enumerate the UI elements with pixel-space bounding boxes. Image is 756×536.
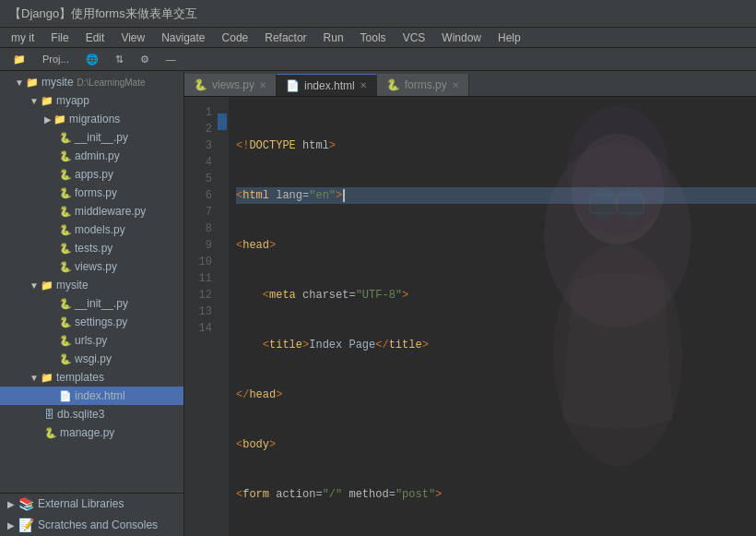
tree-label-wsgi: wsgi.py <box>75 352 112 365</box>
chevron-right-icon: ▶ <box>44 114 52 125</box>
sidebar: ▼ 📁 mysite D:\LearningMate ▼ 📁 myapp ▶ 📁… <box>0 71 184 536</box>
external-libraries-item[interactable]: ▶ 📚 External Libraries <box>0 494 183 514</box>
tree-item-views[interactable]: 🐍 views.py <box>0 257 183 276</box>
tab-label-views: views.py <box>212 78 254 91</box>
tree-item-settings[interactable]: 🐍 settings.py <box>0 313 183 331</box>
tab-close-views[interactable]: ✕ <box>259 80 266 90</box>
tree-item-middleware[interactable]: 🐍 middleware.py <box>0 202 183 220</box>
toolbar: 📁 Proj... 🌐 ⇅ ⚙ — <box>0 48 756 71</box>
python-file-icon: 🐍 <box>59 243 72 255</box>
scratches-consoles-item[interactable]: ▶ 📝 Scratches and Consoles <box>0 514 183 536</box>
menu-help[interactable]: Help <box>490 30 528 46</box>
tree-label-myapp: myapp <box>56 94 89 107</box>
python-file-icon: 🐍 <box>59 298 72 310</box>
tree-label-migrations: migrations <box>69 113 120 125</box>
tab-label-forms: forms.py <box>405 78 447 91</box>
code-line-4: <meta charset="UTF-8"> <box>236 287 756 304</box>
tree-label-indexhtml: index.html <box>75 389 125 402</box>
menu-tools[interactable]: Tools <box>353 30 394 46</box>
tree-item-admin[interactable]: 🐍 admin.py <box>0 147 183 165</box>
tree-label-admin: admin.py <box>75 149 120 162</box>
tree-item-dbsqlite3[interactable]: 🗄 db.sqlite3 <box>0 405 183 423</box>
external-libraries-label: External Libraries <box>38 497 124 510</box>
tree-label-urls: urls.py <box>75 334 107 347</box>
tree-item-migrations[interactable]: ▶ 📁 migrations <box>0 110 183 128</box>
tab-close-index[interactable]: ✕ <box>360 80 367 90</box>
chevron-right-icon: ▶ <box>7 499 15 509</box>
tree-item-mysite2[interactable]: ▼ 📁 mysite <box>0 276 183 294</box>
python-file-icon: 🐍 <box>59 187 72 199</box>
py-file-icon: 🐍 <box>386 78 400 91</box>
python-file-icon: 🐍 <box>59 132 72 144</box>
tree-label-templates: templates <box>56 371 104 384</box>
code-line-8: <form action="/" method="post"> <box>236 486 756 503</box>
code-line-5: <title>Index Page</title> <box>236 337 756 353</box>
title-bar: 【Django】使用forms来做表单交互 <box>0 0 756 28</box>
tab-index-html[interactable]: 📄 index.html ✕ <box>277 74 377 96</box>
tree-item-urls[interactable]: 🐍 urls.py <box>0 331 183 350</box>
tree-label-views: views.py <box>75 260 117 273</box>
tree-label-middleware: middleware.py <box>75 205 146 218</box>
tree-item-templates[interactable]: ▼ 📁 templates <box>0 368 183 387</box>
html-file-icon: 📄 <box>59 390 72 402</box>
folder-icon: 📁 <box>41 372 53 384</box>
code-gutter <box>218 97 229 536</box>
tab-views-py[interactable]: 🐍 views.py ✕ <box>184 74 277 96</box>
main-layout: ▼ 📁 mysite D:\LearningMate ▼ 📁 myapp ▶ 📁… <box>0 71 756 536</box>
tree-label-mysite: mysite <box>41 76 74 89</box>
tree-label-settings: settings.py <box>75 316 127 328</box>
code-line-1: <!DOCTYPE html> <box>236 137 756 154</box>
code-editor[interactable]: 1 2 3 4 5 6 7 8 9 10 11 12 13 14 <!DOCTY… <box>184 97 756 536</box>
code-content[interactable]: <!DOCTYPE html> <html lang="en"> <head> … <box>229 97 756 536</box>
chevron-down-icon: ▼ <box>30 373 39 383</box>
python-file-icon: 🐍 <box>59 316 72 328</box>
tree-item-wsgi[interactable]: 🐍 wsgi.py <box>0 350 183 368</box>
tree-item-indexhtml[interactable]: 📄 index.html <box>0 387 183 405</box>
tab-close-forms[interactable]: ✕ <box>452 80 459 90</box>
folder-icon: 📁 <box>53 113 66 125</box>
chevron-right-icon: ▶ <box>7 520 15 530</box>
tree-item-models[interactable]: 🐍 models.py <box>0 220 183 239</box>
python-file-icon: 🐍 <box>59 169 72 181</box>
collapse-icon[interactable]: — <box>160 52 182 66</box>
tree-item-mysite[interactable]: ▼ 📁 mysite D:\LearningMate <box>0 73 183 91</box>
tree-path-mysite: D:\LearningMate <box>77 77 146 88</box>
python-file-icon: 🐍 <box>59 150 72 162</box>
tree-label-models: models.py <box>75 223 125 236</box>
tree-item-manage[interactable]: 🐍 manage.py <box>0 423 183 442</box>
tree-item-myapp[interactable]: ▼ 📁 myapp <box>0 91 183 110</box>
menu-run[interactable]: Run <box>316 30 351 46</box>
folder-icon: 📁 <box>41 95 53 107</box>
tree-label-manage: manage.py <box>60 426 114 439</box>
sync-icon[interactable]: ⇅ <box>110 52 129 67</box>
menu-refactor[interactable]: Refactor <box>257 30 313 46</box>
python-file-icon: 🐍 <box>59 335 72 347</box>
settings-icon[interactable]: ⚙ <box>135 52 155 67</box>
menu-vcs[interactable]: VCS <box>396 30 433 46</box>
tree-item-apps[interactable]: 🐍 apps.py <box>0 165 183 184</box>
tree-item-tests[interactable]: 🐍 tests.py <box>0 239 183 257</box>
menu-code[interactable]: Code <box>215 30 256 46</box>
tree-item-init2[interactable]: 🐍 __init__.py <box>0 294 183 313</box>
menu-window[interactable]: Window <box>434 30 489 46</box>
window-title: 【Django】使用forms来做表单交互 <box>9 6 197 22</box>
html-file-icon: 📄 <box>286 79 300 92</box>
tree-item-init1[interactable]: 🐍 __init__.py <box>0 128 183 147</box>
tree-item-forms[interactable]: 🐍 forms.py <box>0 184 183 202</box>
python-file-icon: 🐍 <box>59 261 72 273</box>
menu-edit[interactable]: Edit <box>78 30 112 46</box>
tab-forms-py[interactable]: 🐍 forms.py ✕ <box>377 74 469 96</box>
menu-view[interactable]: View <box>113 30 152 46</box>
menu-myit[interactable]: my it <box>4 30 41 46</box>
tab-bar: 🐍 views.py ✕ 📄 index.html ✕ 🐍 forms.py ✕ <box>184 71 756 97</box>
menu-navigate[interactable]: Navigate <box>154 30 212 46</box>
globe-icon[interactable]: 🌐 <box>80 52 104 67</box>
tree-label-mysite2: mysite <box>56 279 89 292</box>
scratch-icon: 📝 <box>18 518 34 532</box>
python-file-icon: 🐍 <box>59 206 72 218</box>
python-file-icon: 🐍 <box>59 224 72 236</box>
py-file-icon: 🐍 <box>194 78 207 91</box>
folder-icon: 📁 <box>41 280 53 292</box>
menu-file[interactable]: File <box>43 30 76 46</box>
toolbar-label: Proj... <box>37 52 75 66</box>
